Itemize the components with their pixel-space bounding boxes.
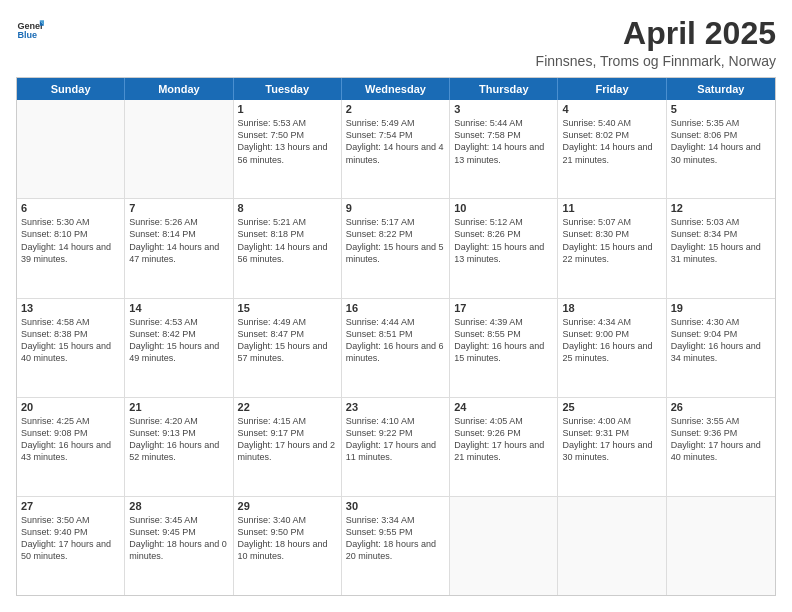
day-number: 28 <box>129 500 228 512</box>
day-info: Sunrise: 5:26 AM Sunset: 8:14 PM Dayligh… <box>129 216 228 265</box>
header-day-friday: Friday <box>558 78 666 100</box>
day-23: 23Sunrise: 4:10 AM Sunset: 9:22 PM Dayli… <box>342 398 450 496</box>
day-number: 11 <box>562 202 661 214</box>
day-info: Sunrise: 5:21 AM Sunset: 8:18 PM Dayligh… <box>238 216 337 265</box>
day-info: Sunrise: 5:30 AM Sunset: 8:10 PM Dayligh… <box>21 216 120 265</box>
day-26: 26Sunrise: 3:55 AM Sunset: 9:36 PM Dayli… <box>667 398 775 496</box>
day-info: Sunrise: 3:45 AM Sunset: 9:45 PM Dayligh… <box>129 514 228 563</box>
day-5: 5Sunrise: 5:35 AM Sunset: 8:06 PM Daylig… <box>667 100 775 198</box>
day-info: Sunrise: 4:25 AM Sunset: 9:08 PM Dayligh… <box>21 415 120 464</box>
day-info: Sunrise: 5:44 AM Sunset: 7:58 PM Dayligh… <box>454 117 553 166</box>
day-19: 19Sunrise: 4:30 AM Sunset: 9:04 PM Dayli… <box>667 299 775 397</box>
day-25: 25Sunrise: 4:00 AM Sunset: 9:31 PM Dayli… <box>558 398 666 496</box>
day-20: 20Sunrise: 4:25 AM Sunset: 9:08 PM Dayli… <box>17 398 125 496</box>
day-22: 22Sunrise: 4:15 AM Sunset: 9:17 PM Dayli… <box>234 398 342 496</box>
day-info: Sunrise: 3:34 AM Sunset: 9:55 PM Dayligh… <box>346 514 445 563</box>
day-18: 18Sunrise: 4:34 AM Sunset: 9:00 PM Dayli… <box>558 299 666 397</box>
day-11: 11Sunrise: 5:07 AM Sunset: 8:30 PM Dayli… <box>558 199 666 297</box>
day-8: 8Sunrise: 5:21 AM Sunset: 8:18 PM Daylig… <box>234 199 342 297</box>
calendar-row-3: 13Sunrise: 4:58 AM Sunset: 8:38 PM Dayli… <box>17 299 775 398</box>
day-28: 28Sunrise: 3:45 AM Sunset: 9:45 PM Dayli… <box>125 497 233 595</box>
day-number: 19 <box>671 302 771 314</box>
empty-cell <box>558 497 666 595</box>
day-info: Sunrise: 3:40 AM Sunset: 9:50 PM Dayligh… <box>238 514 337 563</box>
logo: General Blue <box>16 16 44 44</box>
day-number: 12 <box>671 202 771 214</box>
day-info: Sunrise: 4:10 AM Sunset: 9:22 PM Dayligh… <box>346 415 445 464</box>
day-info: Sunrise: 4:58 AM Sunset: 8:38 PM Dayligh… <box>21 316 120 365</box>
day-info: Sunrise: 4:20 AM Sunset: 9:13 PM Dayligh… <box>129 415 228 464</box>
empty-cell <box>17 100 125 198</box>
calendar: SundayMondayTuesdayWednesdayThursdayFrid… <box>16 77 776 596</box>
calendar-row-1: 1Sunrise: 5:53 AM Sunset: 7:50 PM Daylig… <box>17 100 775 199</box>
calendar-row-2: 6Sunrise: 5:30 AM Sunset: 8:10 PM Daylig… <box>17 199 775 298</box>
day-number: 4 <box>562 103 661 115</box>
day-info: Sunrise: 4:44 AM Sunset: 8:51 PM Dayligh… <box>346 316 445 365</box>
svg-text:Blue: Blue <box>17 30 37 40</box>
header-day-saturday: Saturday <box>667 78 775 100</box>
day-number: 14 <box>129 302 228 314</box>
main-title: April 2025 <box>536 16 776 51</box>
day-12: 12Sunrise: 5:03 AM Sunset: 8:34 PM Dayli… <box>667 199 775 297</box>
logo-icon: General Blue <box>16 16 44 44</box>
day-number: 8 <box>238 202 337 214</box>
day-info: Sunrise: 5:53 AM Sunset: 7:50 PM Dayligh… <box>238 117 337 166</box>
day-info: Sunrise: 5:07 AM Sunset: 8:30 PM Dayligh… <box>562 216 661 265</box>
calendar-header: SundayMondayTuesdayWednesdayThursdayFrid… <box>17 78 775 100</box>
day-info: Sunrise: 5:40 AM Sunset: 8:02 PM Dayligh… <box>562 117 661 166</box>
day-info: Sunrise: 3:50 AM Sunset: 9:40 PM Dayligh… <box>21 514 120 563</box>
empty-cell <box>450 497 558 595</box>
day-3: 3Sunrise: 5:44 AM Sunset: 7:58 PM Daylig… <box>450 100 558 198</box>
day-9: 9Sunrise: 5:17 AM Sunset: 8:22 PM Daylig… <box>342 199 450 297</box>
day-number: 16 <box>346 302 445 314</box>
day-number: 26 <box>671 401 771 413</box>
day-info: Sunrise: 4:39 AM Sunset: 8:55 PM Dayligh… <box>454 316 553 365</box>
day-13: 13Sunrise: 4:58 AM Sunset: 8:38 PM Dayli… <box>17 299 125 397</box>
day-10: 10Sunrise: 5:12 AM Sunset: 8:26 PM Dayli… <box>450 199 558 297</box>
day-number: 27 <box>21 500 120 512</box>
day-6: 6Sunrise: 5:30 AM Sunset: 8:10 PM Daylig… <box>17 199 125 297</box>
day-number: 23 <box>346 401 445 413</box>
day-number: 21 <box>129 401 228 413</box>
day-info: Sunrise: 4:49 AM Sunset: 8:47 PM Dayligh… <box>238 316 337 365</box>
day-21: 21Sunrise: 4:20 AM Sunset: 9:13 PM Dayli… <box>125 398 233 496</box>
empty-cell <box>125 100 233 198</box>
title-block: April 2025 Finnsnes, Troms og Finnmark, … <box>536 16 776 69</box>
subtitle: Finnsnes, Troms og Finnmark, Norway <box>536 53 776 69</box>
day-number: 24 <box>454 401 553 413</box>
day-info: Sunrise: 4:00 AM Sunset: 9:31 PM Dayligh… <box>562 415 661 464</box>
day-number: 13 <box>21 302 120 314</box>
header-day-wednesday: Wednesday <box>342 78 450 100</box>
day-info: Sunrise: 4:15 AM Sunset: 9:17 PM Dayligh… <box>238 415 337 464</box>
day-info: Sunrise: 3:55 AM Sunset: 9:36 PM Dayligh… <box>671 415 771 464</box>
header-day-sunday: Sunday <box>17 78 125 100</box>
day-info: Sunrise: 4:53 AM Sunset: 8:42 PM Dayligh… <box>129 316 228 365</box>
day-number: 30 <box>346 500 445 512</box>
calendar-body: 1Sunrise: 5:53 AM Sunset: 7:50 PM Daylig… <box>17 100 775 595</box>
day-info: Sunrise: 5:49 AM Sunset: 7:54 PM Dayligh… <box>346 117 445 166</box>
day-info: Sunrise: 4:30 AM Sunset: 9:04 PM Dayligh… <box>671 316 771 365</box>
day-14: 14Sunrise: 4:53 AM Sunset: 8:42 PM Dayli… <box>125 299 233 397</box>
day-30: 30Sunrise: 3:34 AM Sunset: 9:55 PM Dayli… <box>342 497 450 595</box>
day-number: 20 <box>21 401 120 413</box>
day-2: 2Sunrise: 5:49 AM Sunset: 7:54 PM Daylig… <box>342 100 450 198</box>
day-info: Sunrise: 5:03 AM Sunset: 8:34 PM Dayligh… <box>671 216 771 265</box>
day-info: Sunrise: 5:35 AM Sunset: 8:06 PM Dayligh… <box>671 117 771 166</box>
day-27: 27Sunrise: 3:50 AM Sunset: 9:40 PM Dayli… <box>17 497 125 595</box>
day-1: 1Sunrise: 5:53 AM Sunset: 7:50 PM Daylig… <box>234 100 342 198</box>
day-number: 10 <box>454 202 553 214</box>
day-24: 24Sunrise: 4:05 AM Sunset: 9:26 PM Dayli… <box>450 398 558 496</box>
day-number: 5 <box>671 103 771 115</box>
header-day-thursday: Thursday <box>450 78 558 100</box>
day-number: 17 <box>454 302 553 314</box>
day-7: 7Sunrise: 5:26 AM Sunset: 8:14 PM Daylig… <box>125 199 233 297</box>
day-number: 1 <box>238 103 337 115</box>
day-number: 29 <box>238 500 337 512</box>
day-29: 29Sunrise: 3:40 AM Sunset: 9:50 PM Dayli… <box>234 497 342 595</box>
day-17: 17Sunrise: 4:39 AM Sunset: 8:55 PM Dayli… <box>450 299 558 397</box>
header-day-tuesday: Tuesday <box>234 78 342 100</box>
header-day-monday: Monday <box>125 78 233 100</box>
day-number: 22 <box>238 401 337 413</box>
day-info: Sunrise: 4:05 AM Sunset: 9:26 PM Dayligh… <box>454 415 553 464</box>
day-info: Sunrise: 5:12 AM Sunset: 8:26 PM Dayligh… <box>454 216 553 265</box>
